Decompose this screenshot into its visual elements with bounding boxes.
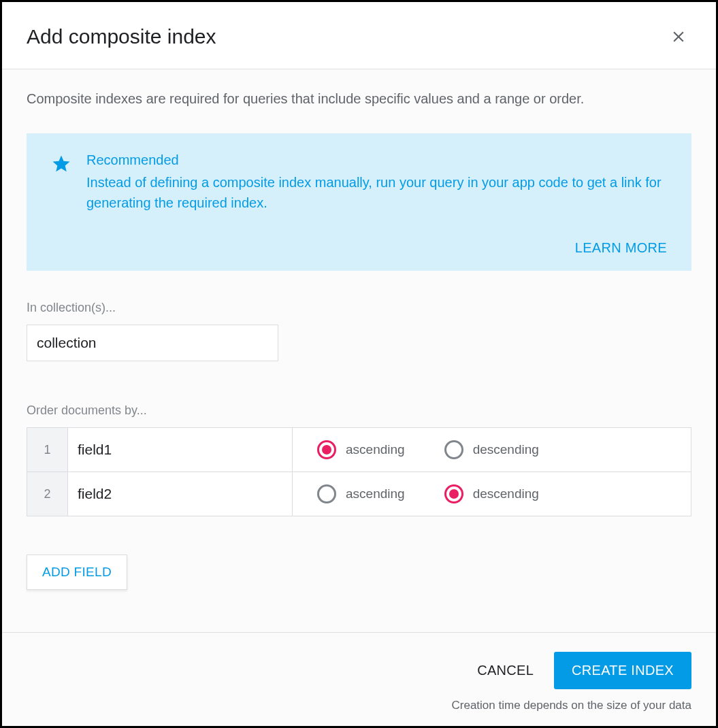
radio-icon bbox=[444, 484, 463, 503]
learn-more-link[interactable]: LEARN MORE bbox=[575, 240, 667, 256]
close-icon bbox=[670, 28, 687, 46]
collection-input[interactable] bbox=[27, 325, 278, 361]
radio-icon bbox=[317, 484, 336, 503]
info-panel: Recommended Instead of defining a compos… bbox=[27, 133, 691, 271]
dialog-title: Add composite index bbox=[27, 25, 216, 48]
radio-icon bbox=[444, 440, 463, 459]
row-number: 2 bbox=[27, 472, 68, 516]
footer-note: Creation time depends on the size of you… bbox=[452, 699, 692, 712]
radio-icon bbox=[317, 440, 336, 459]
info-title: Recommended bbox=[86, 152, 667, 168]
cancel-button[interactable]: CANCEL bbox=[477, 663, 534, 678]
field-input[interactable] bbox=[68, 472, 292, 516]
order-table: 1 ascending descending 2 bbox=[27, 427, 691, 516]
radio-label: descending bbox=[473, 486, 539, 501]
order-section: Order documents by... 1 ascending descen… bbox=[27, 403, 691, 603]
collection-section: In collection(s)... bbox=[27, 301, 691, 361]
radio-ascending[interactable]: ascending bbox=[317, 484, 405, 503]
intro-text: Composite indexes are required for queri… bbox=[27, 88, 691, 109]
order-row: 2 ascending descending bbox=[27, 472, 691, 516]
order-row: 1 ascending descending bbox=[27, 428, 691, 472]
add-field-button[interactable]: ADD FIELD bbox=[27, 555, 127, 590]
radio-label: ascending bbox=[346, 442, 405, 457]
star-icon bbox=[51, 154, 71, 213]
radio-label: ascending bbox=[346, 486, 405, 501]
radio-descending[interactable]: descending bbox=[444, 440, 539, 459]
create-index-button[interactable]: CREATE INDEX bbox=[554, 652, 691, 689]
order-label: Order documents by... bbox=[27, 403, 691, 418]
field-input[interactable] bbox=[68, 428, 292, 471]
dialog-footer: CANCEL CREATE INDEX Creation time depend… bbox=[2, 632, 716, 726]
radio-descending[interactable]: descending bbox=[444, 484, 539, 503]
radio-ascending[interactable]: ascending bbox=[317, 440, 405, 459]
dialog-body: Composite indexes are required for queri… bbox=[2, 69, 716, 632]
close-button[interactable] bbox=[666, 24, 691, 50]
collection-label: In collection(s)... bbox=[27, 301, 691, 315]
info-body: Instead of defining a composite index ma… bbox=[86, 172, 667, 213]
dialog-header: Add composite index bbox=[2, 2, 716, 69]
radio-label: descending bbox=[473, 442, 539, 457]
row-number: 1 bbox=[27, 428, 68, 471]
